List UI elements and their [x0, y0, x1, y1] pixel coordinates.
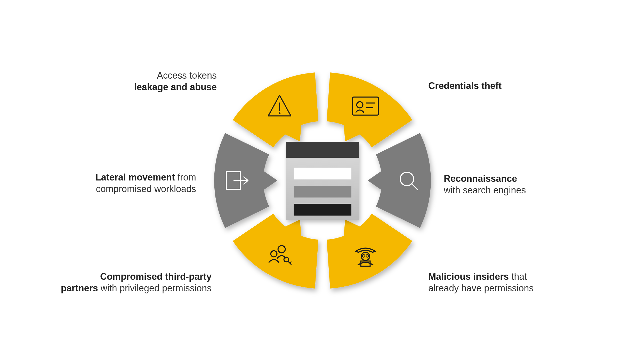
- label-tokens: Access tokens leakage and abuse: [88, 70, 217, 93]
- svg-rect-4: [294, 186, 351, 198]
- segment-recon: [368, 133, 431, 228]
- segment-tokens: [233, 72, 318, 147]
- svg-point-25: [279, 112, 280, 114]
- label-credentials: Credentials theft: [428, 80, 562, 92]
- svg-rect-2: [286, 155, 359, 158]
- label-recon: Reconnaissance with search engines: [444, 173, 578, 196]
- threat-diagram: Credentials theft Reconnaissance with se…: [0, 0, 644, 362]
- management-portal-icon: [286, 142, 359, 220]
- svg-rect-3: [294, 168, 351, 179]
- label-third-party: Compromised third-party partners with pr…: [31, 271, 212, 294]
- segment-credentials: [327, 72, 412, 147]
- svg-rect-5: [294, 204, 351, 216]
- label-lateral: Lateral movement from compromised worklo…: [52, 171, 196, 195]
- label-insiders: Malicious insiders that already have per…: [428, 271, 568, 294]
